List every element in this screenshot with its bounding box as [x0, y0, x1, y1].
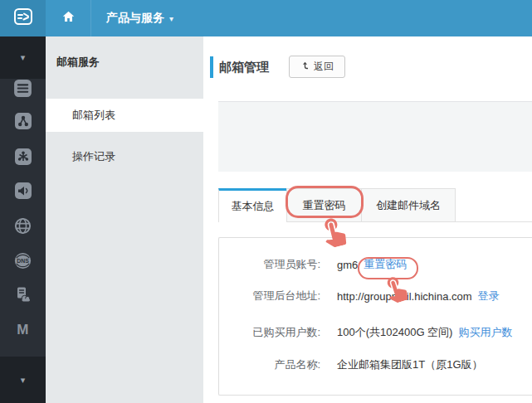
sidebar-item-instances[interactable] — [0, 77, 46, 102]
announcement-icon — [13, 181, 33, 204]
back-arrow-icon — [300, 61, 310, 73]
sidebar-item-internet[interactable] — [0, 215, 46, 240]
dns-icon: DNS — [13, 251, 32, 274]
main-content: 邮箱管理 返回 基本信息 重置密码 创建邮件域名 — [203, 36, 532, 403]
back-button-label: 返回 — [314, 60, 334, 74]
tab-bar: 基本信息 重置密码 创建邮件域名 — [218, 188, 532, 222]
tab-reset-password[interactable]: 重置密码 — [286, 188, 362, 222]
home-icon — [61, 9, 76, 27]
sidebar-item-mailbox-list[interactable]: 邮箱列表 — [46, 99, 203, 132]
page-title: 邮箱管理 — [219, 56, 269, 78]
tab-create-mail-domain[interactable]: 创建邮件域名 — [361, 188, 456, 222]
tab-label: 重置密码 — [303, 198, 346, 213]
detail-label: 已购买用户数: — [219, 325, 320, 340]
purchased-users-value: 100个(共102400G 空间) — [337, 325, 452, 340]
detail-row-purchased-users: 已购买用户数: 100个(共102400G 空间) 购买用户数 — [219, 324, 532, 341]
home-menu-item[interactable] — [46, 0, 91, 36]
admin-account-value: gm6 — [337, 259, 358, 271]
sidebar-item-label: 邮箱列表 — [72, 109, 115, 121]
detail-label: 产品名称: — [219, 357, 320, 372]
products-services-menu[interactable]: 产品与服务 ▾ — [91, 0, 188, 36]
detail-label: 管理员账号: — [219, 257, 320, 272]
globe-icon — [13, 216, 32, 239]
sidebar-item-servers[interactable] — [0, 284, 46, 308]
chevron-down-icon: ▾ — [169, 14, 173, 23]
admin-url-value: http://groupmail.hichina.com — [337, 290, 472, 303]
tab-bar-filler — [456, 188, 532, 222]
collapse-caret-icon: ▾ — [21, 52, 26, 63]
detail-row-admin-url: 管理后台地址: http://groupmail.hichina.com 登录 — [219, 288, 532, 304]
detail-row-admin-account: 管理员账号: gm6 重置密码 — [219, 256, 532, 273]
back-button[interactable]: 返回 — [289, 56, 345, 78]
sidebar-item-network[interactable] — [0, 110, 46, 135]
mail-service-sidebar: 邮箱服务 邮箱列表 操作记录 — [46, 36, 203, 403]
sidebar-item-m-product[interactable]: M — [0, 318, 46, 342]
title-accent-bar — [210, 56, 213, 78]
dns-icon-label: DNS — [17, 258, 29, 264]
products-services-label: 产品与服务 — [106, 11, 164, 26]
toolbar-panel — [218, 101, 532, 172]
tab-label: 创建邮件域名 — [376, 198, 441, 213]
product-icon-rail: ▾ — [0, 36, 46, 403]
detail-row-product-name: 产品名称: 企业邮箱集团版1T（原1G版） — [219, 357, 532, 373]
server-stack-icon — [13, 284, 33, 308]
top-navbar: 产品与服务 ▾ — [0, 0, 532, 36]
sidebar-item-dns[interactable]: DNS — [0, 250, 46, 274]
instance-list-icon — [12, 78, 33, 102]
console-window: 产品与服务 ▾ ▾ — [0, 0, 532, 403]
sidebar-item-operation-log[interactable]: 操作记录 — [46, 140, 203, 173]
network-share-icon — [13, 111, 33, 134]
reset-password-link[interactable]: 重置密码 — [364, 257, 407, 272]
tab-label: 基本信息 — [232, 199, 275, 214]
hub-icon — [13, 147, 33, 170]
rail-expand-button[interactable]: ▾ — [0, 357, 46, 403]
sidebar-item-hub[interactable] — [0, 146, 46, 171]
login-link[interactable]: 登录 — [478, 289, 500, 303]
detail-label: 管理后台地址: — [219, 289, 320, 303]
buy-users-link[interactable]: 购买用户数 — [458, 325, 512, 340]
rail-collapse-button[interactable]: ▾ — [0, 36, 46, 79]
expand-caret-icon: ▾ — [21, 375, 26, 386]
sidebar-item-label: 操作记录 — [72, 150, 115, 163]
product-name-value: 企业邮箱集团版1T（原1G版） — [337, 357, 483, 372]
tab-basic-info[interactable]: 基本信息 — [218, 188, 287, 222]
console-logo-button[interactable] — [0, 0, 46, 36]
console-logo-icon — [12, 6, 34, 31]
basic-info-panel: 管理员账号: gm6 重置密码 管理后台地址: http://groupmail… — [218, 237, 532, 396]
sidebar-item-announcement[interactable] — [0, 180, 46, 205]
sidebar-section-title: 邮箱服务 — [56, 55, 100, 70]
m-product-icon: M — [17, 322, 29, 338]
